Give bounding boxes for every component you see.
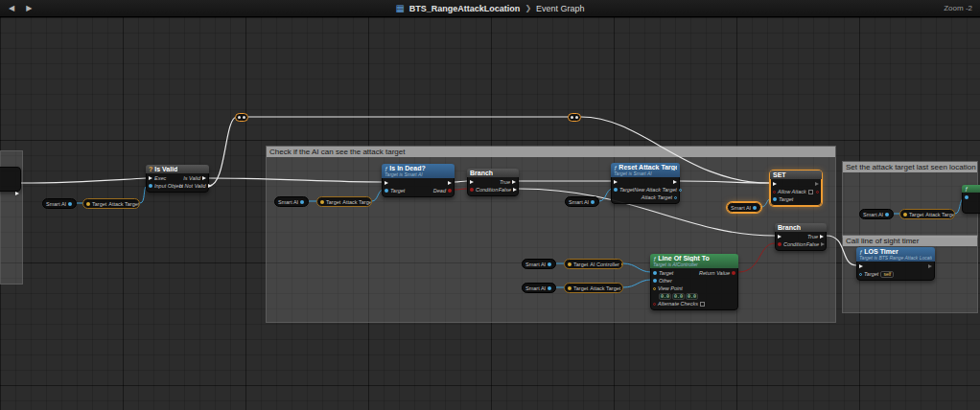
var-get-smart-ai[interactable]: Smart AI (522, 259, 556, 269)
object-pin-icon[interactable] (68, 202, 72, 206)
back-icon[interactable]: ◀ (9, 0, 14, 17)
node-partial-left[interactable] (0, 167, 21, 192)
exec-out-pin[interactable] (15, 182, 19, 199)
is-valid-out-pin[interactable]: Is Valid (183, 175, 206, 181)
nav-history: ◀ ▶ (0, 0, 32, 17)
node-header: SET (770, 171, 822, 179)
node-reset-attack-target[interactable]: ƒ Reset Attack Target Target is Smart AI… (611, 163, 680, 204)
vector-y-input[interactable]: 0.0 (672, 293, 685, 300)
pill-label: Smart AI (525, 285, 546, 291)
target-pin[interactable]: Target (653, 270, 673, 276)
node-is-valid[interactable]: ? Is Valid Exec Is Valid Input Object Is… (146, 165, 209, 193)
node-is-in-dead[interactable]: ƒ Is In Dead? Target is Smart AI Target … (382, 164, 455, 197)
node-line-of-sight-to[interactable]: ƒ Line Of Sight To Target is AIControlle… (650, 254, 738, 310)
object-pin-icon[interactable] (753, 206, 757, 210)
exec-in-pin[interactable] (470, 180, 474, 184)
node-title: Is In Dead? (389, 165, 425, 171)
value-out-pin[interactable] (816, 191, 819, 194)
function-icon: ƒ (385, 166, 387, 171)
exec-in-pin[interactable] (614, 180, 618, 184)
exec-out-pin[interactable] (815, 182, 819, 186)
target-pin-icon[interactable] (568, 286, 572, 290)
exec-in-pin[interactable] (778, 235, 782, 239)
vector-z-input[interactable]: 0.0 (686, 293, 698, 300)
node-los-timer[interactable]: ƒ LOS Timer Target is BTS Range Attack L… (856, 247, 935, 281)
input-object-pin[interactable]: Input Object (149, 183, 177, 189)
graph-canvas[interactable]: Check if the AI can see the attack targe… (0, 17, 980, 410)
object-pin-icon[interactable] (591, 200, 595, 204)
object-pin-icon[interactable] (548, 286, 551, 290)
object-pin-icon[interactable] (548, 262, 551, 266)
false-out-pin[interactable]: False (806, 241, 824, 247)
var-get-smart-ai[interactable]: Smart AI (274, 196, 309, 207)
object-pin-icon[interactable] (885, 213, 889, 216)
exec-out-pin[interactable] (673, 180, 677, 184)
var-get-attack-target[interactable]: Target Attack Target (899, 209, 955, 219)
node-branch-2[interactable]: Branch True Condition False (775, 223, 827, 251)
exec-in-pin[interactable] (385, 181, 388, 185)
condition-pin[interactable]: Condition (778, 241, 805, 247)
var-get-smart-ai[interactable]: Smart AI (42, 198, 77, 209)
target-pin[interactable]: Targetself (859, 271, 894, 278)
allow-attack-pin[interactable]: Allow Attack (773, 189, 813, 194)
return-value-pin[interactable]: Return Value (699, 270, 735, 276)
comment-see-target[interactable]: Check if the AI can see the attack targe… (266, 146, 836, 323)
var-get-attack-target[interactable]: Target Attack Target (82, 198, 140, 209)
target-pin[interactable]: Target (385, 188, 405, 194)
target-pin[interactable]: Target (614, 187, 632, 193)
target-pin[interactable]: Target (773, 196, 793, 202)
chevron-right-icon: ❯ (525, 4, 531, 12)
output-pin-icon[interactable] (621, 262, 623, 266)
view-point-pin[interactable]: View Point (653, 285, 683, 291)
var-get-ai-controller[interactable]: Target AI Controller (564, 259, 623, 269)
var-get-smart-ai[interactable]: Smart AI (565, 196, 599, 207)
dead-out-pin[interactable]: Dead (433, 188, 452, 194)
exec-in-pin[interactable]: Exec (149, 175, 166, 181)
target-pin-icon[interactable] (568, 262, 572, 266)
var-get-smart-ai[interactable]: Smart AI (859, 209, 894, 219)
alternate-checks-pin[interactable]: Alternate Checks (653, 301, 705, 307)
true-out-pin[interactable]: True (500, 179, 516, 185)
node-branch-1[interactable]: Branch True Condition False (467, 169, 519, 196)
comment-title[interactable]: Call line of sight timer (843, 236, 977, 246)
object-pin-icon[interactable] (300, 200, 304, 204)
checkbox-icon[interactable] (808, 190, 813, 194)
comment-title[interactable]: Set the attack target last seen location (843, 162, 977, 172)
node-title: LOS Timer (864, 248, 898, 255)
target-pin-icon[interactable] (903, 213, 907, 216)
vector-x-input[interactable]: 0.0 (659, 293, 671, 300)
forward-icon[interactable]: ▶ (26, 0, 32, 17)
self-value[interactable]: self (880, 271, 894, 278)
node-set-allow-attack[interactable]: SET Allow Attack Target (770, 171, 822, 206)
reroute-node[interactable] (235, 113, 248, 122)
var-get-smart-ai[interactable]: Smart AI (522, 283, 556, 293)
checkbox-icon[interactable] (700, 302, 705, 307)
pin-label: False (499, 187, 511, 193)
node-header: ƒ (962, 185, 980, 193)
node-partial-right[interactable]: ƒ (962, 185, 980, 214)
var-get-attack-target[interactable]: Target Attack Target (564, 283, 623, 293)
comment-set-location[interactable]: Set the attack target last seen location (842, 161, 978, 238)
object-in-pin[interactable] (965, 195, 968, 199)
target-pin-icon[interactable] (86, 202, 90, 206)
exec-in-pin[interactable] (859, 264, 863, 268)
condition-pin[interactable]: Condition (470, 187, 497, 193)
attack-target-pin[interactable]: Attack Target (642, 194, 677, 200)
breadcrumb-graph[interactable]: Event Graph (536, 4, 585, 13)
var-get-attack-target[interactable]: Target Attack Target (316, 196, 372, 207)
false-out-pin[interactable]: False (499, 187, 516, 193)
comment-title[interactable]: Check if the AI can see the attack targe… (267, 147, 835, 157)
breadcrumb-asset[interactable]: BTS_RangeAttackLocation (409, 4, 521, 13)
true-out-pin[interactable]: True (807, 234, 824, 239)
reroute-node[interactable] (568, 113, 581, 122)
node-title: Is Valid (154, 166, 177, 172)
new-attack-target-pin[interactable]: New Attack Target (634, 187, 677, 193)
exec-in-pin[interactable] (773, 182, 777, 186)
target-pin-icon[interactable] (320, 200, 324, 204)
exec-out-pin[interactable] (928, 264, 932, 268)
is-not-valid-out-pin[interactable]: Is Not Valid (179, 183, 206, 189)
other-pin[interactable]: Other (653, 278, 672, 284)
exec-out-pin[interactable] (448, 181, 452, 185)
pill-label: AI Controller (590, 262, 619, 267)
var-get-smart-ai[interactable]: Smart AI (727, 202, 761, 213)
